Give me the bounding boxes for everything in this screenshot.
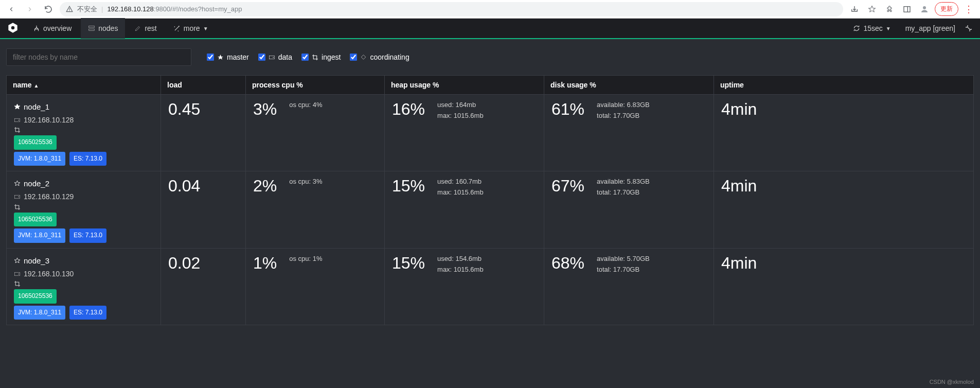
col-disk[interactable]: disk usage %	[544, 76, 714, 95]
profile-icon[interactable]	[917, 2, 932, 16]
cluster-status[interactable]: my_app [green]	[898, 24, 963, 32]
panel-icon[interactable]	[900, 2, 914, 16]
node-ingest-icon	[14, 127, 153, 133]
es-badge: ES: 7.13.0	[69, 306, 106, 320]
nav-overview[interactable]: overview	[26, 18, 79, 39]
app-logo-icon[interactable]	[6, 22, 20, 35]
check-ingest[interactable]: ingest	[301, 53, 341, 61]
node-name[interactable]: node_2	[14, 177, 153, 190]
disk-icon	[269, 54, 275, 61]
svg-point-2	[923, 6, 926, 9]
sitemap-icon	[33, 25, 40, 32]
star-filled-icon	[217, 54, 224, 61]
cell-uptime: 4min	[714, 248, 974, 325]
cell-name: node_1 192.168.10.128 1065025536 JVM: 1.…	[7, 95, 161, 171]
check-coordinating[interactable]: coordinating	[350, 53, 409, 61]
svg-point-3	[11, 26, 15, 30]
cell-load: 0.02	[161, 248, 246, 325]
magic-icon	[173, 25, 181, 32]
svg-rect-0	[904, 6, 910, 12]
es-badge: ES: 7.13.0	[69, 228, 106, 243]
jvm-badge: JVM: 1.8.0_311	[14, 306, 65, 320]
top-nav: overview nodes rest more ▼ 15sec ▼ my_ap…	[0, 19, 980, 39]
node-ingest-icon	[14, 280, 153, 287]
node-name[interactable]: node_1	[14, 100, 153, 114]
insecure-label: 不安全	[77, 5, 97, 14]
browser-toolbar: 不安全 | 192.168.10.128:9800/#!/nodes?host=…	[0, 0, 980, 19]
crop-icon	[14, 204, 21, 210]
svg-point-13	[18, 274, 19, 275]
node-ingest-icon	[14, 204, 153, 210]
cell-disk: 67% available: 5.83GBtotal: 17.70GB	[544, 171, 714, 248]
cell-uptime: 4min	[714, 95, 974, 171]
share-icon[interactable]	[847, 2, 862, 16]
col-load[interactable]: load	[161, 76, 246, 95]
node-id-badge: 1065025536	[14, 213, 57, 227]
svg-point-7	[273, 57, 274, 58]
cell-name: node_2 192.168.10.129 1065025536 JVM: 1.…	[7, 171, 161, 248]
address-bar[interactable]: 不安全 | 192.168.10.128:9800/#!/nodes?host=…	[60, 2, 843, 16]
back-button[interactable]	[4, 2, 19, 16]
jvm-badge: JVM: 1.8.0_311	[14, 228, 65, 243]
node-id-badge: 1065025536	[14, 135, 57, 150]
nav-more[interactable]: more ▼	[166, 18, 216, 39]
star-icon[interactable]	[865, 2, 879, 16]
nav-rest[interactable]: rest	[127, 18, 164, 39]
caret-down-icon: ▼	[886, 26, 891, 31]
reload-button[interactable]	[41, 2, 56, 16]
cell-load: 0.45	[161, 95, 246, 171]
refresh-interval[interactable]: 15sec ▼	[848, 24, 896, 32]
svg-point-9	[18, 120, 19, 121]
node-ip: 192.168.10.130	[14, 268, 153, 280]
forward-button[interactable]	[23, 2, 37, 16]
col-uptime[interactable]: uptime	[714, 76, 974, 95]
table-row: node_1 192.168.10.128 1065025536 JVM: 1.…	[7, 95, 974, 171]
cell-heap: 16% used: 164mbmax: 1015.6mb	[385, 95, 544, 171]
caret-down-icon: ▼	[203, 26, 208, 31]
node-ip: 192.168.10.129	[14, 190, 153, 203]
filter-bar: master data ingest coordinating	[0, 39, 980, 75]
node-id-badge: 1065025536	[14, 289, 57, 304]
update-button[interactable]: 更新	[935, 2, 958, 16]
cell-heap: 15% used: 160.7mbmax: 1015.6mb	[385, 171, 544, 248]
refresh-icon	[853, 25, 860, 32]
cell-name: node_3 192.168.10.130 1065025536 JVM: 1.…	[7, 248, 161, 325]
table-row: node_2 192.168.10.129 1065025536 JVM: 1.…	[7, 171, 974, 248]
diamond-icon	[360, 54, 367, 61]
menu-icon[interactable]: ⋮	[961, 2, 976, 16]
check-master[interactable]: master	[207, 53, 249, 61]
extensions-icon[interactable]	[882, 2, 897, 16]
star-icon	[14, 180, 21, 187]
connect-icon[interactable]	[965, 24, 974, 32]
server-icon	[88, 25, 95, 32]
col-name[interactable]: name▲	[7, 76, 161, 95]
edit-icon	[134, 25, 141, 32]
col-cpu[interactable]: process cpu %	[246, 76, 385, 95]
jvm-badge: JVM: 1.8.0_311	[14, 152, 65, 166]
disk-icon	[14, 271, 21, 277]
sort-asc-icon: ▲	[34, 83, 39, 89]
svg-rect-4	[89, 26, 95, 28]
disk-icon	[14, 193, 21, 200]
cell-cpu: 3% os cpu: 4%	[246, 95, 385, 171]
crop-icon	[312, 54, 318, 61]
filter-input[interactable]	[6, 48, 191, 66]
crop-icon	[14, 280, 21, 287]
cell-disk: 61% available: 6.83GBtotal: 17.70GB	[544, 95, 714, 171]
cell-heap: 15% used: 154.6mbmax: 1015.6mb	[385, 248, 544, 325]
cell-cpu: 2% os cpu: 3%	[246, 171, 385, 248]
cell-cpu: 1% os cpu: 1%	[246, 248, 385, 325]
col-heap[interactable]: heap usage %	[385, 76, 544, 95]
cell-uptime: 4min	[714, 171, 974, 248]
nav-nodes[interactable]: nodes	[81, 18, 125, 39]
node-ip: 192.168.10.128	[14, 114, 153, 127]
star-icon	[14, 257, 21, 264]
table-row: node_3 192.168.10.130 1065025536 JVM: 1.…	[7, 248, 974, 325]
node-name[interactable]: node_3	[14, 254, 153, 268]
check-data[interactable]: data	[258, 53, 292, 61]
cell-load: 0.04	[161, 171, 246, 248]
cell-disk: 68% available: 5.70GBtotal: 17.70GB	[544, 248, 714, 325]
svg-point-11	[18, 197, 19, 198]
star-icon	[14, 103, 21, 110]
disk-icon	[14, 117, 21, 124]
